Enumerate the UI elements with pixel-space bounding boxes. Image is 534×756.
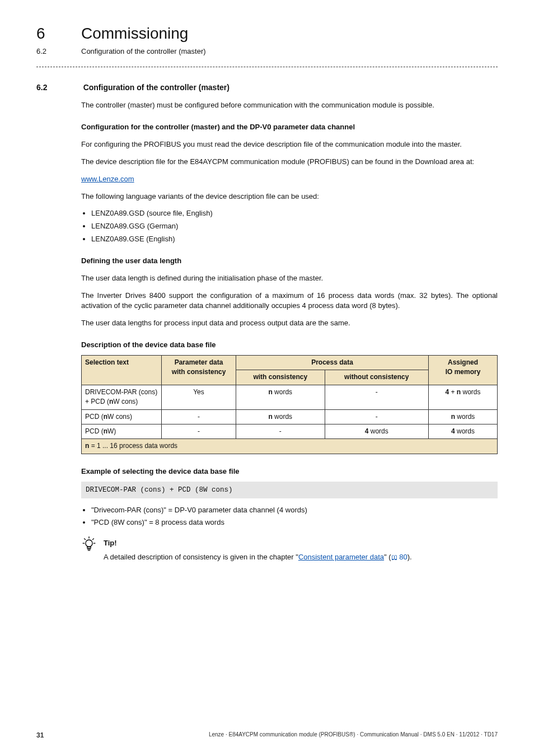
table-foot-row: n = 1 ... 16 process data words (82, 439, 498, 454)
th-io-l2: IO memory (446, 368, 481, 376)
file-list: LENZ0A89.GSD (source file, English) LENZ… (81, 208, 498, 245)
tip-body: A detailed description of consistency is… (104, 552, 498, 563)
th-param-l2: with consistency (172, 368, 226, 376)
paragraph: The device description file for the E84A… (81, 157, 498, 167)
th-io-l1: Assigned (448, 358, 478, 366)
cell-param: Yes (162, 385, 236, 409)
subheading-userdata: Defining the user data length (81, 256, 498, 267)
section-heading-small: 6.2Configuration of the controller (mast… (36, 46, 498, 57)
svg-point-5 (86, 540, 92, 547)
page-ref[interactable]: 🕮 80 (391, 553, 407, 561)
cell-with: - (236, 424, 325, 438)
body-column: The controller (master) must be configur… (81, 100, 498, 563)
intro-paragraph: The controller (master) must be configur… (81, 100, 498, 111)
book-icon: 🕮 (391, 554, 397, 561)
download-link[interactable]: www.Lenze.com (81, 175, 134, 183)
cell-param: - (162, 409, 236, 424)
svg-line-1 (84, 539, 86, 540)
page-footer: 31 Lenze · E84AYCPM communication module… (36, 731, 498, 740)
section-heading: 6.2 Configuration of the controller (mas… (36, 82, 498, 94)
svg-rect-6 (87, 547, 91, 549)
table-row: PCD (nW cons) - n words - n words (82, 409, 498, 424)
cell-param: - (162, 424, 236, 438)
tip-box: Tip! A detailed description of consisten… (81, 536, 498, 563)
page-number: 31 (36, 731, 44, 739)
th-param-l1: Parameter data (175, 358, 223, 366)
subheading-example: Example of selecting the device data bas… (81, 466, 498, 477)
cell-io: 4 + n words (429, 385, 498, 409)
device-data-table: Selection text Parameter data with consi… (81, 355, 498, 454)
paragraph: For configuring the PROFIBUS you must re… (81, 139, 498, 150)
link-paragraph: www.Lenze.com (81, 174, 498, 185)
tip-title: Tip! (104, 538, 117, 549)
paragraph: The following language variants of the d… (81, 192, 498, 202)
subheading-devicefile: Description of the device data base file (81, 340, 498, 351)
separator (36, 67, 498, 67)
code-block: DRIVECOM-PAR (cons) + PCD (8W cons) (81, 482, 498, 498)
table-row: PCD (nW) - - 4 words 4 words (82, 424, 498, 438)
th-io: Assigned IO memory (429, 355, 498, 385)
th-without-cons: without consistency (325, 370, 428, 385)
list-item: LENZ0A89.GSD (source file, English) (91, 208, 498, 219)
tip-text-pre: A detailed description of consistency is… (104, 553, 298, 561)
subheading-config: Configuration for the controller (master… (81, 122, 498, 133)
cell-without: 4 words (325, 424, 428, 438)
section-title-small: Configuration of the controller (master) (81, 47, 206, 55)
example-list: "Drivecom-PAR (cons)" = DP-V0 parameter … (81, 505, 498, 529)
chapter-title: Commissioning (81, 25, 188, 42)
tip-close: ). (407, 553, 412, 561)
section-title: Configuration of the controller (master) (83, 82, 229, 93)
th-param: Parameter data with consistency (162, 355, 236, 385)
cell-with: n words (236, 409, 325, 424)
th-process: Process data (236, 355, 429, 370)
section-number: 6.2 (36, 82, 81, 93)
page-header: 6Commissioning 6.2Configuration of the c… (36, 22, 498, 57)
paragraph: The Inverter Drives 8400 support the con… (81, 291, 498, 312)
list-item: LENZ0A89.GSG (German) (91, 221, 498, 232)
paragraph: The user data length is defined during t… (81, 273, 498, 284)
th-selection: Selection text (82, 355, 162, 385)
table-row: DRIVECOM-PAR (cons) + PCD (nW cons) Yes … (82, 385, 498, 409)
chapter-number: 6 (36, 22, 81, 45)
lightbulb-icon (81, 536, 97, 552)
doc-info: Lenze · E84AYCPM communication module (P… (209, 731, 498, 739)
svg-line-2 (92, 539, 94, 540)
chapter-heading: 6Commissioning (36, 22, 498, 45)
cell-sel: DRIVECOM-PAR (cons) + PCD (nW cons) (82, 385, 162, 409)
paragraph: The user data lengths for process input … (81, 318, 498, 329)
list-item: LENZ0A89.GSE (English) (91, 234, 498, 245)
cell-without: - (325, 385, 428, 409)
cell-io: n words (429, 409, 498, 424)
th-with-cons: with consistency (236, 370, 325, 385)
list-item: "Drivecom-PAR (cons)" = DP-V0 parameter … (91, 505, 498, 516)
cell-io: 4 words (429, 424, 498, 438)
list-item: "PCD (8W cons)" = 8 process data words (91, 517, 498, 528)
tip-text-post: " ( (384, 553, 391, 561)
cell-with: n words (236, 385, 325, 409)
cell-sel: PCD (nW cons) (82, 409, 162, 424)
cell-n-def: n = 1 ... 16 process data words (82, 439, 498, 454)
cell-without: - (325, 409, 428, 424)
page-ref-num: 80 (399, 553, 407, 561)
cell-sel: PCD (nW) (82, 424, 162, 438)
section-number-small: 6.2 (36, 46, 81, 57)
tip-link[interactable]: Consistent parameter data (298, 553, 384, 561)
